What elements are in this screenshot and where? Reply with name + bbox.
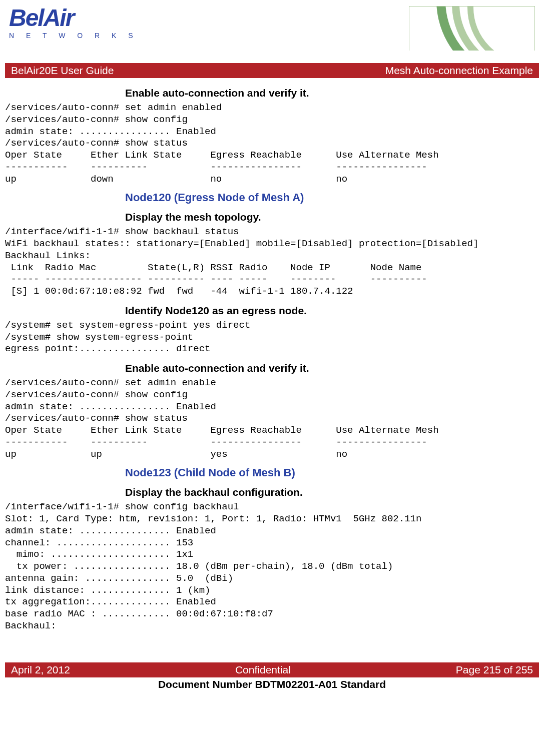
swoosh-graphic	[409, 6, 535, 51]
document-number: Document Number BDTM02201-A01 Standard	[5, 678, 539, 690]
footer-confidential: Confidential	[235, 664, 291, 676]
footer-page: Page 215 of 255	[456, 664, 533, 676]
terminal-output: /system# set system-egress-point yes dir…	[5, 320, 539, 355]
instruction: Enable auto-connection and verify it.	[125, 87, 539, 99]
title-left: BelAir20E User Guide	[11, 65, 114, 77]
terminal-output: /interface/wifi-1-1# show backhaul statu…	[5, 226, 539, 298]
terminal-output: /services/auto-conn# set admin enabled /…	[5, 102, 539, 185]
terminal-output: /services/auto-conn# set admin enable /s…	[5, 377, 539, 460]
instruction: Display the mesh topology.	[125, 211, 539, 223]
section-heading: Node120 (Egress Node of Mesh A)	[125, 191, 539, 204]
logo-brand: BelAir	[9, 6, 138, 30]
title-right: Mesh Auto-connection Example	[385, 65, 533, 77]
page: BelAir N E T W O R K S BelAir20E User Gu…	[0, 0, 544, 756]
title-bar: BelAir20E User Guide Mesh Auto-connectio…	[5, 63, 539, 78]
instruction: Display the backhaul configuration.	[125, 486, 539, 498]
terminal-output: /interface/wifi-1-1# show config backhau…	[5, 501, 539, 632]
logo: BelAir N E T W O R K S	[9, 6, 138, 39]
footer-date: April 2, 2012	[11, 664, 70, 676]
footer-bar: April 2, 2012 Confidential Page 215 of 2…	[5, 662, 539, 677]
instruction: Identify Node120 as an egress node.	[125, 305, 539, 317]
logo-sub: N E T W O R K S	[9, 32, 138, 39]
content: Enable auto-connection and verify it. /s…	[5, 78, 539, 632]
section-heading: Node123 (Child Node of Mesh B)	[125, 466, 539, 479]
instruction: Enable auto-connection and verify it.	[125, 362, 539, 374]
page-header: BelAir N E T W O R K S	[5, 6, 539, 51]
